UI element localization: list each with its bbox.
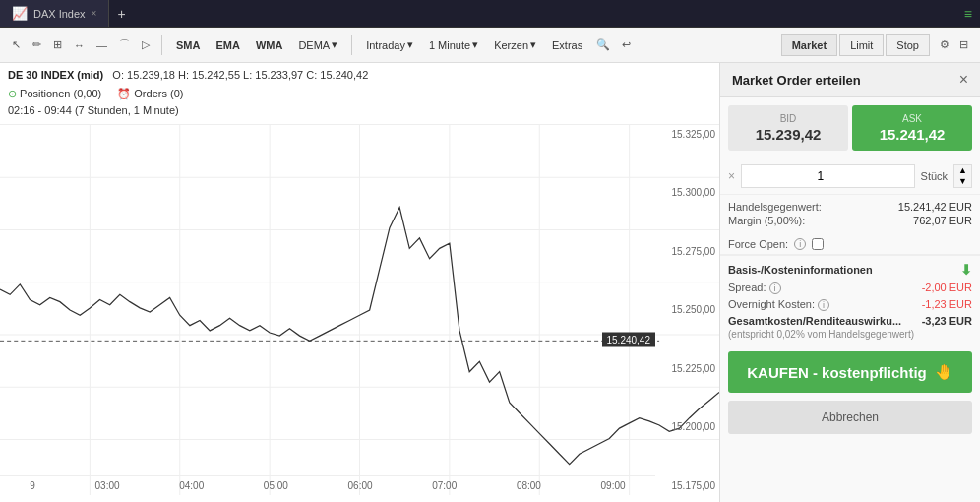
chart-icon: 📈 (12, 6, 28, 21)
add-tab-button[interactable]: + (109, 2, 133, 26)
chart-orders: ⏰ Orders (0) (117, 86, 183, 103)
chart-header: DE 30 INDEX (mid) O: 15.239,18 H: 15.242… (0, 63, 719, 125)
order-panel: Market Order erteilen × BID 15.239,42 AS… (719, 63, 980, 502)
search-icon: 🔍 (596, 38, 610, 51)
overnight-row: Overnight Kosten: i -1,23 EUR (720, 296, 980, 313)
grid-tool-button[interactable]: ⊞ (49, 36, 66, 53)
toolbar: ↖ ✏ ⊞ ↔ — ⌒ ▷ SMA EMA WMA DEMA ▾ Intrada… (0, 28, 980, 63)
total-cost-row: Gesamtkosten/Renditeauswirku... -3,23 EU… (720, 313, 980, 329)
dema-chevron-icon: ▾ (332, 38, 337, 51)
costs-title: Basis-/Kosteninformationen (728, 264, 873, 276)
spread-row: Spread: i -2,00 EUR (720, 280, 980, 296)
close-panel-icon[interactable]: × (959, 71, 968, 89)
buy-button-label: KAUFEN - kostenpflichtig (747, 364, 927, 381)
shape-tool-button[interactable]: ▷ (138, 36, 153, 53)
unit-label: Stück (921, 170, 949, 182)
spread-info-icon[interactable]: i (769, 282, 781, 294)
dema-dropdown[interactable]: DEMA ▾ (292, 35, 343, 54)
ask-box[interactable]: ASK 15.241,42 (852, 105, 972, 151)
undo-button[interactable]: ↩ (618, 36, 635, 53)
extras-dropdown[interactable]: Extras (546, 36, 588, 54)
arrow-tool-button[interactable]: ↔ (70, 37, 89, 53)
candle-chevron-icon: ▾ (530, 38, 536, 51)
chart-type-icon-button[interactable]: ⊟ (955, 36, 972, 53)
force-open-label: Force Open: (728, 238, 788, 250)
wma-button[interactable]: WMA (250, 36, 289, 54)
force-open-row: Force Open: i (720, 234, 980, 255)
handelsgegenwert-value: 15.241,42 EUR (898, 201, 972, 213)
bid-label: BID (736, 113, 840, 124)
separator-2 (351, 35, 352, 55)
chart-instrument-title: DE 30 INDEX (mid) (8, 69, 103, 81)
quantity-decrement-button[interactable]: ▼ (954, 176, 971, 187)
line-icon: — (96, 39, 107, 51)
y-price-1: 15.325,00 (655, 129, 719, 140)
current-price-label: 15.240,42 (602, 332, 656, 346)
total-cost-value: -3,23 EUR (922, 315, 972, 327)
y-price-2: 15.300,00 (655, 187, 719, 198)
shape-icon: ▷ (142, 38, 150, 51)
y-price-7: 15.175,00 (655, 480, 719, 491)
pencil-tool-button[interactable]: ✏ (29, 36, 45, 53)
x-time-4: 06:00 (348, 480, 373, 491)
x-time-7: 09:00 (601, 480, 626, 491)
main-area: DE 30 INDEX (mid) O: 15.239,18 H: 15.242… (0, 63, 980, 502)
x-time-1: 03:00 (95, 480, 120, 491)
timeframe-dropdown[interactable]: 1 Minute ▾ (423, 35, 484, 54)
x-symbol: × (728, 169, 735, 183)
separator-1 (161, 35, 162, 55)
candle-dropdown[interactable]: Kerzen ▾ (488, 35, 542, 54)
x-time-5: 07:00 (432, 480, 457, 491)
sma-button[interactable]: SMA (170, 36, 206, 54)
chart-time-range: 02:16 - 09:44 (7 Stunden, 1 Minute) (8, 104, 179, 116)
y-price-6: 15.200,00 (655, 421, 719, 432)
chart-tab[interactable]: 📈 DAX Index × (0, 0, 109, 27)
handelsgegenwert-label: Handelsgegenwert: (728, 201, 822, 213)
curve-icon: ⌒ (119, 37, 130, 52)
download-icon[interactable]: ⬇ (960, 262, 972, 278)
intraday-chevron-icon: ▾ (407, 38, 413, 51)
bid-box[interactable]: BID 15.239,42 (728, 105, 848, 151)
settings-icon-button[interactable]: ⚙ (936, 36, 953, 53)
cursor-icon: ↖ (12, 38, 21, 51)
bid-ask-container: BID 15.239,42 ASK 15.241,42 (720, 97, 980, 158)
grid-icon: ⊞ (53, 38, 62, 51)
hamburger-menu-icon[interactable]: ≡ (956, 2, 980, 26)
stop-order-button[interactable]: Stop (886, 34, 930, 56)
intraday-dropdown[interactable]: Intraday ▾ (360, 35, 419, 54)
costs-header: Basis-/Kosteninformationen ⬇ (720, 255, 980, 280)
close-tab-icon[interactable]: × (92, 8, 97, 19)
pencil-icon: ✏ (32, 38, 41, 51)
quantity-stepper[interactable]: ▲ ▼ (953, 164, 972, 188)
top-bar: 📈 DAX Index × + ≡ (0, 0, 980, 28)
chart-ohlc: O: 15.239,18 H: 15.242,55 L: 15.233,97 C… (112, 69, 368, 81)
market-order-button[interactable]: Market (781, 34, 837, 56)
cancel-button[interactable]: Abbrechen (728, 401, 972, 434)
hand-icon: 🤚 (935, 363, 953, 381)
buy-button[interactable]: KAUFEN - kostenpflichtig 🤚 (728, 351, 972, 393)
quantity-input[interactable] (741, 164, 915, 188)
search-button[interactable]: 🔍 (592, 36, 614, 53)
position-icon: ⊙ (8, 88, 17, 99)
curve-tool-button[interactable]: ⌒ (115, 35, 134, 54)
chart-positions: ⊙ Positionen (0,00) (8, 86, 101, 103)
line-tool-button[interactable]: — (92, 37, 111, 53)
quantity-increment-button[interactable]: ▲ (954, 165, 971, 176)
price-chart-svg (0, 125, 719, 495)
ema-button[interactable]: EMA (210, 36, 245, 54)
undo-icon: ↩ (622, 38, 631, 51)
overnight-info-icon[interactable]: i (818, 299, 829, 311)
margin-value: 762,07 EUR (913, 215, 972, 226)
y-price-5: 15.225,00 (655, 363, 719, 374)
cursor-tool-button[interactable]: ↖ (8, 36, 25, 53)
x-time-2: 04:00 (179, 480, 204, 491)
force-open-checkbox[interactable] (812, 238, 824, 250)
x-time-3: 05:00 (264, 480, 288, 491)
x-time-0: 9 (30, 480, 35, 491)
trade-info-section: Handelsgegenwert: 15.241,42 EUR Margin (… (720, 195, 980, 234)
limit-order-button[interactable]: Limit (839, 34, 884, 56)
panel-title: Market Order erteilen (732, 73, 861, 88)
force-open-info-icon[interactable]: i (794, 238, 806, 250)
handelsgegenwert-row: Handelsgegenwert: 15.241,42 EUR (728, 201, 972, 213)
quantity-row: × Stück ▲ ▼ (720, 158, 980, 195)
